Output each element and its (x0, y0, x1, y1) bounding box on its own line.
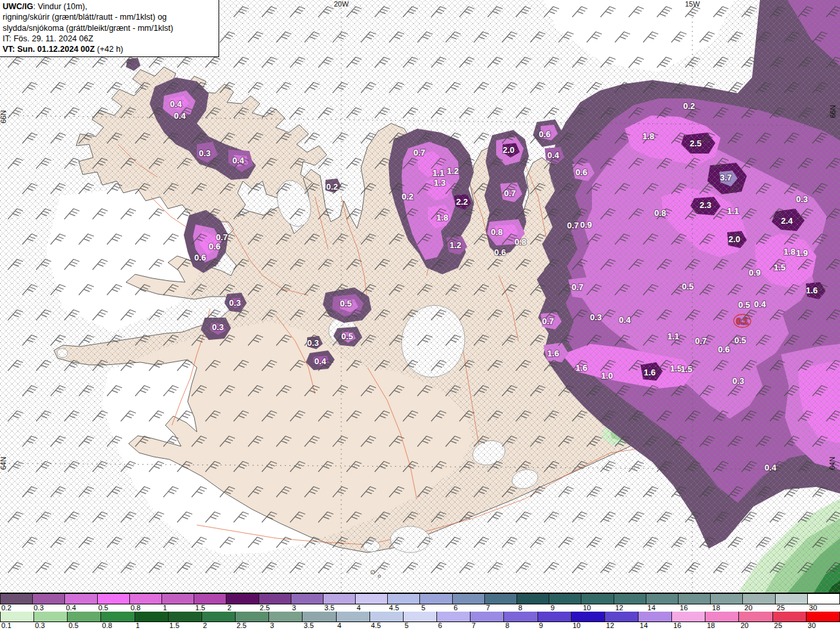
colorbar-swatch (370, 612, 404, 621)
precip-value-label: 1.2 (447, 166, 459, 176)
precip-value-label: 1.6 (644, 368, 656, 377)
colorbar-swatch (269, 612, 303, 621)
precip-value-label: 0.5 (340, 299, 352, 308)
colorbar-tick-label: 5 (421, 604, 425, 612)
precip-value-label: 0.4 (170, 99, 182, 109)
title-line-sleet-legend: slydda/snjókoma (grátt/bleikt/grænt - mm… (3, 23, 215, 33)
colorbar-swatch (169, 612, 202, 621)
precip-value-label: 1.8 (784, 247, 795, 257)
colorbar-swatch (739, 612, 772, 621)
colorbar-tick-label: 18 (707, 622, 715, 629)
precip-value-label: 0.2 (326, 182, 338, 192)
latitude-label: 64N (828, 457, 836, 470)
precip-value-label: 0.6 (194, 253, 206, 262)
colorbar-tick-label: 9 (539, 622, 543, 629)
colorbar-tick-label: 7 (472, 622, 476, 629)
precip-value-label: 1.6 (547, 348, 559, 358)
precip-value-label: 2.2 (456, 197, 468, 207)
colorbar-tick-label: 3.5 (304, 622, 314, 629)
precip-value-label: 0.7 (413, 148, 425, 158)
colorbar-swatch (337, 612, 370, 621)
colorbar-tick-label: 2.5 (236, 622, 246, 629)
colorbar-tick-label: 3.5 (324, 604, 334, 612)
colorbar-swatch (98, 594, 130, 604)
precip-value-label: 1.1 (727, 206, 739, 216)
colorbar-tick-label: 0.8 (131, 604, 140, 612)
colorbar-swatch (711, 594, 743, 604)
colorbar-tick-label: 10 (583, 604, 591, 612)
latitude-label: 64N (0, 457, 7, 470)
precip-value-label: 0.6 (539, 129, 551, 139)
precip-value-label: 1.8 (642, 131, 654, 141)
precip-value-label: 0.5 (682, 282, 694, 291)
colorbar-swatch (672, 612, 705, 621)
precip-value-label: 1.8 (436, 213, 448, 222)
colorbar-swatch (581, 594, 614, 604)
colorbar-tick-label: 0.4 (66, 604, 75, 612)
colorbar-swatch (0, 612, 34, 621)
colorbar-tick-label: 20 (744, 604, 752, 612)
crosshatch-overlay (0, 0, 840, 593)
longitude-label: 15W (685, 0, 700, 8)
precip-value-label: 1.5 (774, 262, 786, 272)
colorbar-tick-label: 16 (673, 622, 681, 629)
precip-value-label: 0.8 (654, 208, 666, 218)
precip-value-label: 0.8 (514, 237, 526, 247)
precip-value-label: 0.6 (494, 247, 506, 257)
colorbar-swatch (162, 594, 194, 604)
latitude-label: 66N (0, 110, 7, 123)
colorbar-tick-label: 1 (163, 604, 167, 612)
precip-value-label: 0.5 (734, 335, 746, 345)
sleet-snow-scale (0, 594, 840, 604)
colorbar-tick-label: 3 (292, 604, 296, 612)
precip-value-label: 0.3 (590, 312, 602, 322)
precip-value-label: 1.6 (806, 285, 818, 295)
colorbar-tick-label: 0.3 (35, 622, 45, 629)
precip-value-label: 0.8 (491, 227, 503, 237)
precip-value-label: 0.7 (567, 220, 579, 230)
colorbar-tick-label: 0.5 (68, 622, 78, 629)
precip-value-label: 1.9 (796, 248, 808, 258)
precip-value-label: 0.4 (765, 463, 777, 472)
colorbar-tick-label: 7 (486, 604, 490, 612)
init-time: IT: Fös. 29. 11. 2024 06Z (3, 33, 215, 44)
sleet-snow-scale-labels: 0.20.30.40.50.811.522.533.544.5567891012… (0, 604, 840, 612)
colorbar-tick-label: 14 (640, 622, 648, 629)
precip-value-label: 0.9 (580, 220, 592, 230)
colorbar-swatch (517, 594, 549, 604)
colorbar-swatch (101, 612, 135, 621)
colorbar-tick-label: 4 (357, 604, 361, 612)
precip-value-label: 0.7 (504, 188, 516, 198)
colorbar-tick-label: 4.5 (371, 622, 381, 629)
precip-value-label: 2.3 (700, 200, 711, 210)
precip-value-label: 0.2 (683, 101, 695, 111)
colorbar-swatch (0, 594, 33, 604)
colorbar-swatch (68, 612, 101, 621)
rain-scale-labels: 0.10.30.50.811.522.533.544.5567891012141… (0, 622, 840, 630)
colorbar-tick-label: 16 (680, 604, 688, 612)
precip-value-label: 1.5 (681, 364, 692, 374)
precip-value-label: 0.4 (174, 111, 186, 121)
colorbar-swatch (743, 594, 775, 604)
colorbar-tick-label: 0.5 (98, 604, 108, 612)
precip-value-label: 0.3 (199, 148, 211, 158)
colorbar-tick-label: 1 (136, 622, 140, 629)
precip-value-label: 1.1 (667, 331, 679, 341)
precip-value-label: 0.6 (576, 167, 587, 177)
colorbar-swatch (614, 594, 646, 604)
precip-value-label: 0.4 (619, 315, 631, 325)
colorbar-swatch (291, 594, 324, 604)
colorbar-swatch (226, 594, 259, 604)
colorbar-swatch (194, 594, 226, 604)
precip-value-label: 2.4 (781, 216, 793, 226)
precip-value-label: 2.0 (728, 234, 740, 244)
colorbar-swatch (130, 594, 162, 604)
precip-value-label: 2.5 (690, 138, 702, 148)
colorbar-swatch (773, 612, 807, 621)
title-line-model: UWC/IG: Vindur (10m), (3, 1, 215, 12)
precip-value-label: 0.3 (229, 298, 241, 308)
colorbar-swatch (538, 612, 572, 621)
colorbar-swatch (202, 612, 236, 621)
precip-value-label: 0.7 (572, 282, 583, 292)
colorbar-tick-label: 4 (337, 622, 341, 629)
